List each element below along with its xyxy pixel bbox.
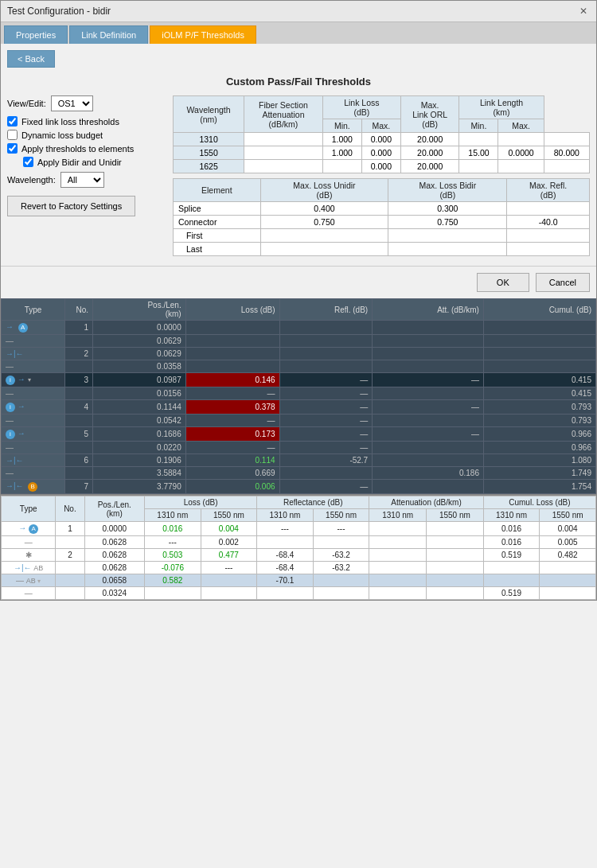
bottom-table-section: Type No. Pos./Len.(km) Loss (dB) Reflect… bbox=[1, 494, 596, 600]
bt-col-pos: Pos./Len.(km) bbox=[84, 496, 145, 522]
dropdown-arrow[interactable]: ▾ bbox=[28, 376, 31, 383]
view-edit-label: View/Edit: bbox=[7, 99, 46, 108]
line-icon: — bbox=[25, 538, 33, 547]
splice-icon: →|← bbox=[6, 349, 24, 358]
upper-threshold-table: Wavelength(nm) Fiber SectionAttenuation(… bbox=[173, 95, 590, 173]
apply-bidir-checkbox[interactable] bbox=[23, 157, 33, 167]
bt-col-type: Type bbox=[2, 496, 56, 522]
title-bar: Test Configuration - bidir ✕ bbox=[1, 1, 596, 22]
arrow-right-icon: → bbox=[18, 375, 25, 383]
fixed-link-loss-label: Fixed link loss thresholds bbox=[21, 117, 119, 127]
table-row: 1625 0.000 20.000 bbox=[174, 160, 590, 173]
bt-col-cumul: Cumul. Loss (dB) bbox=[483, 496, 595, 509]
dropdown-arrow[interactable]: ▾ bbox=[37, 578, 41, 585]
wavelength-cell: 1550 bbox=[174, 146, 244, 160]
wavelength-label: Wavelength: bbox=[7, 175, 56, 185]
cancel-button[interactable]: Cancel bbox=[536, 273, 590, 292]
table-row: 1550 1.000 0.000 20.000 15.00 0.0000 80.… bbox=[174, 146, 590, 160]
splice-icon: →|← bbox=[6, 456, 24, 465]
info-icon: i bbox=[6, 376, 15, 385]
ok-button[interactable]: OK bbox=[477, 273, 529, 292]
point-a-icon: A bbox=[18, 323, 28, 333]
meas-col-pos: Pos./Len.(km) bbox=[93, 299, 186, 321]
table-row-highlighted: i → ▾ 3 0.0987 0.146 — — 0.415 bbox=[2, 373, 596, 387]
col-element: Element bbox=[174, 179, 261, 202]
tab-bar: Properties Link Definition iOLM P/F Thre… bbox=[1, 22, 596, 44]
main-window: Test Configuration - bidir ✕ Properties … bbox=[0, 0, 597, 601]
element-threshold-table: Element Max. Loss Unidir(dB) Max. Loss B… bbox=[173, 178, 590, 256]
line-icon: — bbox=[6, 416, 14, 425]
tab-link-definition[interactable]: Link Definition bbox=[69, 25, 148, 44]
line-icon: — bbox=[6, 469, 14, 477]
wavelength-select[interactable]: All 1310 1550 1625 bbox=[60, 172, 104, 188]
table-row: — 0.0629 bbox=[2, 335, 596, 348]
bt-col-att: Attenuation (dB/km) bbox=[369, 496, 483, 509]
tab-properties[interactable]: Properties bbox=[4, 25, 68, 44]
fixed-link-loss-checkbox[interactable] bbox=[7, 116, 18, 127]
meas-col-att: Att. (dB/km) bbox=[373, 299, 484, 321]
splice-icon: →|← bbox=[6, 481, 24, 490]
col-link-loss: Link Loss(dB) bbox=[322, 96, 400, 119]
close-button[interactable]: ✕ bbox=[577, 5, 590, 18]
table-row: — 0.0156 — — 0.415 bbox=[2, 387, 596, 400]
dynamic-loss-checkbox[interactable] bbox=[7, 130, 18, 140]
dynamic-loss-row: Dynamic loss budget bbox=[7, 130, 166, 140]
col-fiber-attenuation: Fiber SectionAttenuation(dB/km) bbox=[244, 96, 323, 133]
line-icon: — bbox=[6, 389, 14, 398]
dialog-actions: OK Cancel bbox=[1, 266, 596, 298]
col-len-min: Min. bbox=[459, 119, 498, 133]
fixed-link-loss-row: Fixed link loss thresholds bbox=[7, 116, 166, 127]
meas-col-no: No. bbox=[65, 299, 93, 321]
table-row: i → 4 0.1144 0.378 — — 0.793 bbox=[2, 400, 596, 415]
table-row: — 0.0542 — — 0.793 bbox=[2, 415, 596, 427]
table-row: ✱ 2 0.0628 0.503 0.477 -68.4 -63.2 0.519… bbox=[2, 549, 596, 562]
col-max-loss-unidir: Max. Loss Unidir(dB) bbox=[260, 179, 388, 202]
lower-section: Type No. Pos./Len.(km) Loss (dB) Refl. (… bbox=[1, 298, 596, 494]
table-row: → A 1 0.0000 bbox=[2, 321, 596, 335]
ab-label: AB bbox=[33, 564, 43, 572]
table-row: Last bbox=[174, 243, 590, 256]
meas-col-loss: Loss (dB) bbox=[185, 299, 279, 321]
info-icon: i bbox=[6, 430, 15, 439]
bt-col-loss: Loss (dB) bbox=[145, 496, 257, 509]
line-icon: — bbox=[6, 443, 14, 452]
wavelength-cell: 1625 bbox=[174, 160, 244, 173]
bt-col-no: No. bbox=[56, 496, 84, 522]
table-row: — 0.0358 bbox=[2, 360, 596, 373]
table-row: First bbox=[174, 229, 590, 243]
bottom-measurement-table: Type No. Pos./Len.(km) Loss (dB) Reflect… bbox=[1, 496, 596, 600]
section-title: Custom Pass/Fail Thresholds bbox=[7, 72, 590, 91]
tab-iolm[interactable]: iOLM P/F Thresholds bbox=[150, 25, 256, 44]
dialog-body: < Back Custom Pass/Fail Thresholds View/… bbox=[1, 44, 596, 263]
line-icon: — bbox=[16, 576, 24, 585]
dynamic-loss-label: Dynamic loss budget bbox=[21, 130, 103, 140]
apply-thresholds-checkbox[interactable] bbox=[7, 143, 18, 154]
col-max-refl: Max. Refl.(dB) bbox=[507, 179, 590, 202]
apply-bidir-row: Apply Bidir and Unidir bbox=[23, 157, 166, 167]
ab-label: AB bbox=[26, 577, 36, 585]
table-row: →|← 2 0.0629 bbox=[2, 348, 596, 360]
col-ll-max: Max. bbox=[361, 119, 400, 133]
col-max-orl: Max.Link ORL(dB) bbox=[400, 96, 458, 133]
view-edit-select[interactable]: OS1 OS2 bbox=[51, 95, 93, 111]
main-area: View/Edit: OS1 OS2 Fixed link loss thres… bbox=[7, 95, 590, 256]
table-row: — 3.5884 0.669 0.186 1.749 bbox=[2, 467, 596, 480]
table-row: Splice 0.400 0.300 bbox=[174, 202, 590, 216]
table-row: — 0.0220 — — 0.966 bbox=[2, 442, 596, 454]
measurement-table: Type No. Pos./Len.(km) Loss (dB) Refl. (… bbox=[1, 298, 596, 494]
apply-thresholds-label: Apply thresholds to elements bbox=[21, 144, 134, 154]
line-icon: — bbox=[6, 337, 14, 345]
window-title: Test Configuration - bidir bbox=[7, 6, 111, 17]
line-icon: — bbox=[6, 362, 14, 371]
point-a-icon: A bbox=[29, 524, 38, 534]
arrow-right-icon: → bbox=[6, 322, 14, 331]
revert-button[interactable]: Revert to Factory Settings bbox=[7, 196, 135, 216]
wavelength-cell: 1310 bbox=[174, 133, 244, 146]
apply-bidir-label: Apply Bidir and Unidir bbox=[37, 158, 122, 167]
table-row: — 0.0628 --- 0.002 0.016 0.005 bbox=[2, 536, 596, 549]
table-row: i → 5 0.1686 0.173 — — 0.966 bbox=[2, 427, 596, 442]
col-ll-min: Min. bbox=[322, 119, 361, 133]
back-button[interactable]: < Back bbox=[7, 50, 55, 68]
wavelength-row: Wavelength: All 1310 1550 1625 bbox=[7, 172, 166, 188]
col-max-loss-bidir: Max. Loss Bidir(dB) bbox=[388, 179, 507, 202]
